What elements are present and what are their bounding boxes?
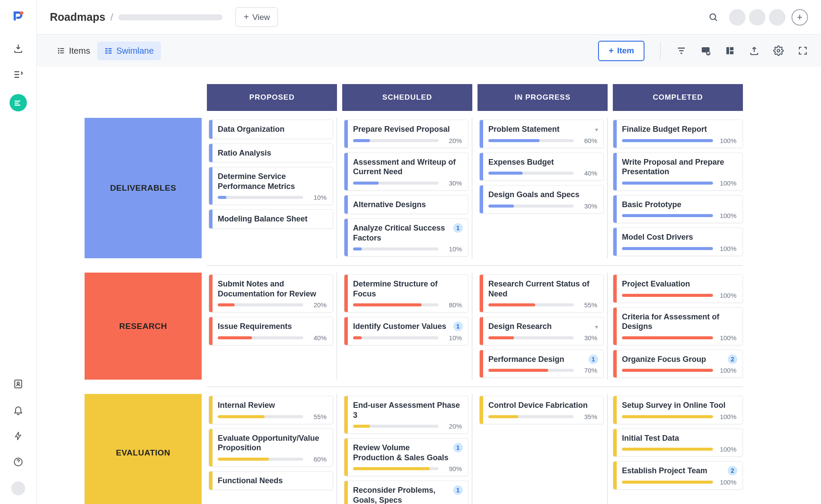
card[interactable]: Finalize Budget Report100% [613, 120, 743, 148]
card[interactable]: Determine Service Performance Metrics10% [209, 167, 333, 205]
swimlane-cell[interactable]: End-user Assessment Phase 320%Review Vol… [342, 394, 472, 504]
swimlane-cell[interactable]: Problem Statement▾60%Expenses Budget40%D… [478, 118, 608, 258]
card-title: Problem Statement [488, 124, 597, 134]
card[interactable]: Reconsider Problems, Goals, Specs1 [344, 481, 468, 504]
card-accent [480, 396, 483, 424]
swimlane-tab[interactable]: Swimlane [97, 42, 161, 60]
export-icon[interactable] [749, 46, 759, 56]
card[interactable]: Determine Structure of Focus80% [344, 274, 468, 312]
fullscreen-icon[interactable] [798, 46, 808, 56]
items-tab[interactable]: Items [50, 42, 97, 60]
swimlane-cell[interactable]: Determine Structure of Focus80%Identify … [342, 273, 472, 380]
card-title: Control Device Fabrication [488, 400, 597, 410]
card[interactable]: Modeling Balance Sheet [209, 209, 333, 229]
card[interactable]: Data Organization [209, 120, 333, 139]
row-label[interactable]: RESEARCH [85, 273, 202, 380]
card[interactable]: Model Cost Drivers100% [613, 228, 743, 256]
chevron-down-icon[interactable]: ▾ [595, 126, 598, 133]
swimlane-cell[interactable]: Prepare Revised Proposal20%Assessment an… [342, 118, 472, 258]
swimlane-cell[interactable]: Setup Survey in Online Tool100%Initial T… [613, 394, 743, 504]
card[interactable]: Performance Design170% [479, 350, 604, 378]
card[interactable]: Project Evaluation100% [613, 274, 743, 303]
column-header[interactable]: PROPOSED [207, 84, 337, 111]
plus-icon: + [608, 46, 614, 56]
board-scroll[interactable]: PROPOSEDSCHEDULEDIN PROGRESSCOMPLETEDDEL… [37, 67, 821, 504]
card[interactable]: Basic Prototype100% [613, 195, 743, 224]
layout-icon[interactable] [725, 46, 735, 56]
progress-track [622, 481, 713, 484]
card[interactable]: Internal Review55% [209, 396, 333, 424]
progress-track [218, 458, 303, 461]
card[interactable]: Functional Needs [209, 471, 333, 491]
swimlane-nav-icon[interactable] [10, 94, 27, 111]
card[interactable]: Analyze Critical Success Factors110% [344, 218, 468, 257]
card-progress: 10% [353, 334, 462, 341]
filter-icon[interactable] [676, 46, 687, 56]
card[interactable]: Alternative Designs [344, 195, 468, 215]
list-nav-icon[interactable] [12, 68, 25, 81]
chevron-down-icon[interactable]: ▾ [595, 323, 598, 330]
card[interactable]: Issue Requirements40% [209, 317, 333, 345]
card[interactable]: Write Proposal and Prepare Presentation1… [613, 153, 743, 191]
notifications-icon[interactable] [12, 403, 25, 416]
swimlane-cell[interactable]: Control Device Fabrication35% [478, 394, 608, 504]
progress-track [353, 139, 438, 142]
card[interactable]: Review Volume Production & Sales Goals19… [344, 438, 468, 476]
add-user-button[interactable]: + [792, 9, 808, 26]
search-icon[interactable] [708, 12, 719, 23]
card[interactable]: Design Goals and Specs30% [479, 185, 604, 214]
card[interactable]: Identify Customer Values110% [344, 317, 468, 345]
progress-track [622, 182, 713, 185]
card[interactable]: Establish Project Team2100% [613, 461, 743, 490]
card-accent [209, 396, 213, 424]
card[interactable]: End-user Assessment Phase 320% [344, 396, 468, 434]
card[interactable]: Expenses Budget40% [479, 153, 604, 181]
contacts-icon[interactable] [12, 377, 25, 390]
user-avatar[interactable] [11, 481, 25, 495]
card[interactable]: Ratio Analysis [209, 143, 333, 163]
user-circle-2[interactable] [749, 9, 765, 26]
swimlane-cell[interactable]: Finalize Budget Report100%Write Proposal… [613, 118, 743, 258]
card-progress: 100% [622, 137, 736, 144]
user-circle-1[interactable] [729, 9, 746, 26]
row-label[interactable]: DELIVERABLES [85, 118, 202, 258]
progress-track [218, 415, 303, 418]
swimlane-cell[interactable]: Data OrganizationRatio AnalysisDetermine… [207, 118, 337, 258]
user-circle-3[interactable] [769, 9, 785, 26]
card[interactable]: Prepare Revised Proposal20% [344, 120, 468, 148]
app-logo[interactable] [12, 10, 25, 23]
card-title: Performance Design [488, 354, 597, 364]
import-icon[interactable] [12, 42, 25, 55]
card[interactable]: Assessment and Writeup of Current Need30… [344, 153, 468, 191]
card[interactable]: Organize Focus Group2100% [613, 350, 743, 378]
card[interactable]: Problem Statement▾60% [479, 120, 604, 148]
card[interactable]: Criteria for Assessment of Designs100% [613, 307, 743, 345]
card[interactable]: Design Research▾30% [479, 317, 604, 345]
items-tab-label: Items [69, 46, 90, 56]
help-icon[interactable] [12, 455, 25, 468]
settings-icon[interactable] [773, 46, 784, 56]
column-header[interactable]: IN PROGRESS [478, 84, 608, 111]
row-label[interactable]: EVALUATION [85, 394, 202, 504]
link-icon[interactable] [700, 46, 711, 56]
column-header[interactable]: SCHEDULED [342, 84, 472, 111]
card-accent [344, 275, 348, 312]
card[interactable]: Research Current Status of Need55% [479, 274, 604, 312]
column-header[interactable]: COMPLETED [613, 84, 743, 111]
swimlane-cell[interactable]: Project Evaluation100%Criteria for Asses… [613, 273, 743, 380]
card[interactable]: Control Device Fabrication35% [479, 396, 604, 424]
swimlane-cell[interactable]: Research Current Status of Need55%Design… [478, 273, 608, 380]
card-accent [480, 120, 483, 148]
card[interactable]: Evaluate Opportunity/Value Proposition60… [209, 429, 333, 467]
card[interactable]: Setup Survey in Online Tool100% [613, 396, 743, 424]
swimlane-cell[interactable]: Internal Review55%Evaluate Opportunity/V… [207, 394, 337, 504]
add-view-button[interactable]: + View [236, 7, 278, 27]
swimlane-cell[interactable]: Submit Notes and Documentation for Revie… [207, 273, 337, 380]
activity-icon[interactable] [12, 429, 25, 442]
add-item-button[interactable]: + Item [598, 41, 644, 61]
card[interactable]: Submit Notes and Documentation for Revie… [209, 274, 333, 312]
card[interactable]: Initial Test Data100% [613, 429, 743, 457]
page-title: Roadmaps [50, 11, 105, 23]
card-progress: 70% [488, 367, 597, 374]
breadcrumb-placeholder[interactable] [118, 14, 222, 20]
